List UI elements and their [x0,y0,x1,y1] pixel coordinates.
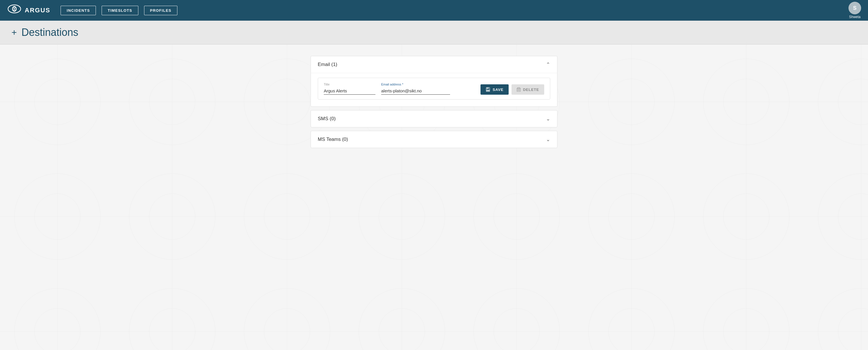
email-input[interactable] [381,87,450,95]
email-chevron-up-icon: ⌃ [546,61,550,68]
email-section-header[interactable]: Email (1) ⌃ [311,56,557,73]
nav-timeslots-button[interactable]: TIMESLOTS [102,6,138,15]
svg-rect-7 [487,88,488,89]
sms-section-header[interactable]: SMS (0) ⌄ [311,110,557,127]
navbar: ARGUS INCIDENTS TIMESLOTS PROFILES S Shw… [0,0,868,21]
title-label: Title [324,83,375,86]
msteams-section: MS Teams (0) ⌄ [311,131,557,148]
avatar: S [848,2,861,14]
title-input[interactable] [324,87,375,95]
page-header: + Destinations [0,21,868,44]
page-title: Destinations [22,26,79,38]
user-area: S Shweta [848,2,861,19]
username: Shweta [849,15,861,19]
title-field-group: Title [324,83,375,95]
msteams-section-header[interactable]: MS Teams (0) ⌄ [311,131,557,148]
email-label: Email address * [381,83,450,86]
navbar-left: ARGUS INCIDENTS TIMESLOTS PROFILES [7,4,177,17]
main-content: Email (1) ⌃ Title Email address * [0,44,868,350]
argus-logo-icon [7,4,22,17]
content-center: Email (1) ⌃ Title Email address * [311,56,557,148]
trash-icon [517,87,521,92]
save-label: SAVE [493,88,503,92]
email-section: Email (1) ⌃ Title Email address * [311,56,557,107]
sms-section: SMS (0) ⌄ [311,110,557,127]
msteams-chevron-down-icon: ⌄ [546,136,550,142]
msteams-section-title: MS Teams (0) [318,136,348,142]
svg-rect-6 [487,90,489,91]
save-button[interactable]: SAVE [480,84,508,95]
nav-incidents-button[interactable]: INCIDENTS [61,6,96,15]
nav-profiles-button[interactable]: PROFILES [144,6,178,15]
save-icon [486,87,490,92]
email-form-card: Title Email address * [318,78,550,100]
email-body: Title Email address * [311,73,557,106]
delete-button[interactable]: DELETE [512,84,544,95]
svg-point-3 [14,8,15,10]
delete-label: DELETE [523,88,539,92]
email-section-title: Email (1) [318,62,337,67]
sms-section-title: SMS (0) [318,116,336,122]
form-actions: SAVE DELETE [480,84,544,95]
sms-chevron-down-icon: ⌄ [546,116,550,122]
add-destination-button[interactable]: + [11,28,17,37]
logo: ARGUS [7,4,50,17]
email-field-group: Email address * [381,83,450,95]
logo-text: ARGUS [25,7,50,14]
